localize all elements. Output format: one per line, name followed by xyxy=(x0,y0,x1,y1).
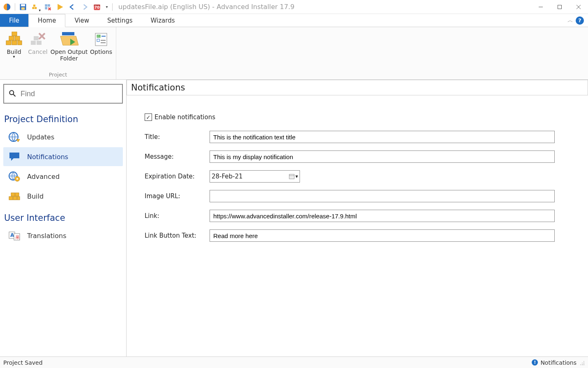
svg-text:果: 果 xyxy=(15,235,20,240)
expiration-value: 28-Feb-21 xyxy=(212,173,287,180)
svg-point-43 xyxy=(16,178,18,180)
sidebar-item-build[interactable]: Build xyxy=(3,187,123,206)
svg-point-38 xyxy=(9,90,14,95)
cancel-bricks-icon xyxy=(28,30,48,49)
expiration-date-picker[interactable]: 28-Feb-21 ▼ xyxy=(210,170,300,183)
svg-rect-27 xyxy=(34,36,39,40)
svg-rect-30 xyxy=(62,32,74,35)
svg-rect-25 xyxy=(31,41,36,45)
sidebar: Project Definition Updates Notifications… xyxy=(0,80,127,356)
svg-rect-22 xyxy=(9,36,14,40)
ribbon-options-label: Options xyxy=(90,49,112,55)
quick-access-toolbar: ▾ 70 ▾ xyxy=(2,2,113,12)
ribbon-build-button[interactable]: Build ▾ xyxy=(2,30,25,59)
nav-label: Notifications xyxy=(27,153,68,161)
window-controls xyxy=(531,0,588,14)
message-input[interactable] xyxy=(210,150,555,163)
expiration-label: Expiration Date: xyxy=(145,173,210,180)
date-dropdown-button[interactable]: ▼ xyxy=(287,171,300,182)
status-left: Project Saved xyxy=(3,359,43,366)
save-button[interactable] xyxy=(18,2,28,12)
tab-settings[interactable]: Settings xyxy=(98,14,142,27)
svg-rect-47 xyxy=(11,193,15,196)
imageurl-input[interactable] xyxy=(210,190,555,202)
svg-rect-45 xyxy=(13,197,17,200)
svg-rect-26 xyxy=(37,41,42,45)
calendar-badge-icon[interactable]: 70 xyxy=(92,2,102,12)
separator xyxy=(112,3,113,11)
ribbon-body: Build ▾ Cancel Open Output Folder ✓ Opti xyxy=(0,27,588,80)
section-user-interface: User Interface xyxy=(3,211,123,225)
status-right[interactable]: ! Notifications xyxy=(532,359,585,366)
sidebar-item-translations[interactable]: A果 Translations xyxy=(3,226,123,245)
ribbon-tabstrip: File Home View Settings Wizards ︿ ? xyxy=(0,14,588,27)
title-input[interactable] xyxy=(210,131,555,143)
svg-rect-21 xyxy=(18,41,22,45)
svg-rect-44 xyxy=(9,197,13,200)
app-icon[interactable] xyxy=(2,2,12,12)
nav-label: Updates xyxy=(27,133,54,141)
svg-marker-12 xyxy=(58,4,63,10)
translations-icon: A果 xyxy=(7,229,21,242)
sidebar-item-advanced[interactable]: Advanced xyxy=(3,167,123,186)
run-button[interactable] xyxy=(55,2,65,12)
ribbon-open-output-button[interactable]: Open Output Folder xyxy=(50,30,88,62)
enable-notifications-checkbox[interactable]: ✓ Enable notifications xyxy=(145,113,572,121)
qa-customize-dropdown[interactable]: ▾ xyxy=(104,2,110,12)
imageurl-label: Image URL: xyxy=(145,192,210,200)
tab-home[interactable]: Home xyxy=(28,14,65,27)
nav-forward-button[interactable] xyxy=(79,2,90,12)
tab-file[interactable]: File xyxy=(0,14,28,27)
open-folder-icon xyxy=(59,30,79,49)
chevron-down-icon: ▼ xyxy=(295,175,298,178)
ribbon-options-button[interactable]: ✓ Options xyxy=(89,30,113,55)
sidebar-item-updates[interactable]: Updates xyxy=(3,127,123,146)
maximize-button[interactable] xyxy=(550,0,569,14)
svg-rect-8 xyxy=(48,4,50,7)
svg-point-63 xyxy=(583,361,584,362)
svg-rect-19 xyxy=(6,41,11,45)
minimize-button[interactable] xyxy=(531,0,550,14)
build-button[interactable]: ▾ xyxy=(30,2,41,12)
nav-label: Build xyxy=(27,192,44,200)
help-button[interactable]: ? xyxy=(576,16,584,25)
status-right-label: Notifications xyxy=(540,359,576,366)
tab-view[interactable]: View xyxy=(65,14,98,27)
find-box[interactable] xyxy=(3,84,123,104)
ribbon-collapse-icon[interactable]: ︿ xyxy=(567,17,573,24)
sidebar-item-notifications[interactable]: Notifications xyxy=(3,147,123,166)
resize-grip-icon[interactable] xyxy=(579,360,585,366)
search-icon xyxy=(8,89,16,99)
svg-rect-23 xyxy=(15,36,20,40)
section-project-definition: Project Definition xyxy=(3,112,123,127)
ribbon-cancel-label: Cancel xyxy=(28,49,47,55)
separator xyxy=(15,3,15,11)
close-button[interactable] xyxy=(569,0,588,14)
page-title: Notifications xyxy=(127,80,588,95)
calendar-icon xyxy=(289,174,295,179)
svg-rect-9 xyxy=(45,7,47,9)
bricks-icon xyxy=(4,30,24,49)
svg-rect-4 xyxy=(32,7,35,9)
tab-wizards[interactable]: Wizards xyxy=(142,14,184,27)
svg-rect-5 xyxy=(35,7,37,9)
options-icon: ✓ xyxy=(91,30,111,49)
svg-point-59 xyxy=(582,364,583,365)
find-input[interactable] xyxy=(20,89,118,99)
svg-rect-48 xyxy=(15,193,19,196)
ribbon-group-label: Project xyxy=(49,71,67,79)
window-title: updatesFile.aip (English US) - Advanced … xyxy=(118,3,531,11)
cancel-build-button[interactable] xyxy=(42,2,53,12)
nav-label: Translations xyxy=(27,232,67,240)
badge-count: 70 xyxy=(95,5,100,9)
notifications-form: ✓ Enable notifications Title: Message: E… xyxy=(127,95,588,257)
link-input[interactable] xyxy=(210,210,555,222)
status-bar: Project Saved ! Notifications xyxy=(0,356,588,368)
content-panel: Notifications ✓ Enable notifications Tit… xyxy=(127,80,588,356)
checkbox-checked-icon: ✓ xyxy=(145,113,152,121)
svg-point-60 xyxy=(583,363,584,363)
nav-back-button[interactable] xyxy=(67,2,78,12)
title-label: Title: xyxy=(145,133,210,141)
svg-rect-16 xyxy=(558,5,562,9)
linkbtn-input[interactable] xyxy=(210,229,555,242)
